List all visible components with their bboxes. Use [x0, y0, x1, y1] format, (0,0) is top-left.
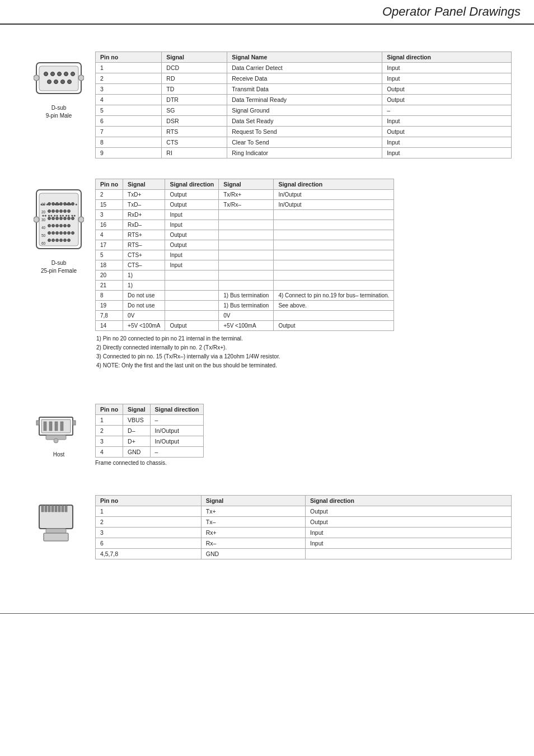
table-row: 1VBUS–	[96, 415, 204, 426]
svg-rect-70	[36, 421, 39, 425]
col-pin-no: Pin no	[96, 496, 202, 506]
svg-point-31	[52, 210, 55, 213]
col-signal-dir2: Signal direction	[274, 179, 394, 190]
table-row: 4DTRData Terminal ReadyOutput	[96, 95, 512, 105]
col-pin-no: Pin no	[96, 179, 123, 190]
table-row: 18CTS–Input	[96, 260, 394, 270]
svg-point-36	[48, 217, 51, 220]
svg-point-40	[64, 217, 67, 220]
table-row: 4GND–	[96, 447, 204, 458]
usb-frame-note: Frame connected to chassis.	[95, 460, 512, 466]
svg-text:30: 30	[41, 218, 46, 222]
table-row: 2D–In/Output	[96, 426, 204, 436]
dsub9-connector-svg	[34, 57, 84, 102]
table-row: 3D+In/Output	[96, 436, 204, 447]
svg-point-63	[78, 217, 84, 222]
svg-point-61	[68, 239, 71, 242]
note-line: 3) Connected to pin no. 15 (Tx/Rx–) inte…	[96, 352, 512, 361]
table-row: 1DCDData Carrier DetectInput	[96, 63, 512, 73]
table-row: 3TDTransmit DataOutput	[96, 84, 512, 95]
svg-point-39	[60, 217, 63, 220]
svg-point-10	[68, 80, 72, 84]
dsub25-diagram: ●● ●● ●● ●● ●● ●● ● ●● ●● ●● ●● ●● ●● 10…	[22, 179, 95, 275]
col-signal-dir: Signal direction	[150, 404, 204, 415]
table-row: 2TxD+OutputTx/Rx+In/Output	[96, 190, 394, 200]
dsub25-notes: 1) Pin no 20 connected to pin no 21 inte…	[95, 334, 512, 370]
svg-rect-83	[46, 529, 66, 533]
usb-right: Pin no Signal Signal direction 1VBUS–2D–…	[95, 404, 512, 475]
svg-point-7	[48, 80, 51, 84]
page-title: Operator Panel Drawings	[382, 4, 521, 19]
table-row: 6Rx–Input	[96, 538, 512, 549]
table-row: 2Tx–Output	[96, 517, 512, 528]
svg-point-55	[72, 232, 74, 235]
usb-connector-svg	[34, 409, 84, 449]
svg-point-41	[68, 217, 71, 220]
table-row: 3RxD+Input	[96, 210, 394, 220]
svg-point-11	[34, 75, 39, 81]
svg-point-37	[52, 217, 55, 220]
svg-rect-84	[44, 533, 68, 541]
svg-point-27	[64, 203, 67, 206]
table-row: 4RTS+Output	[96, 230, 394, 240]
svg-point-43	[48, 225, 51, 227]
table-row: 8Do not use1) Bus termination4) Connect …	[96, 291, 394, 301]
table-row: 8CTSClear To SendInput	[96, 137, 512, 148]
svg-point-30	[48, 210, 51, 213]
svg-point-24	[52, 203, 55, 206]
svg-point-29	[72, 203, 74, 206]
svg-point-60	[64, 239, 67, 242]
table-row: 16RxD–Input	[96, 220, 394, 230]
table-row: 1Tx+Output	[96, 506, 512, 517]
col-signal: Signal	[123, 404, 151, 415]
dsub9-section: D-sub9-pin Male Pin no Signal Signal Nam…	[22, 52, 512, 158]
svg-rect-71	[73, 421, 76, 425]
svg-point-46	[60, 225, 63, 227]
rj45-table: Pin no Signal Signal direction 1Tx+Outpu…	[95, 495, 512, 559]
svg-rect-66	[44, 422, 46, 431]
svg-point-52	[60, 232, 63, 235]
table-row: 14+5V <100mAOutput+5V <100mAOutput	[96, 321, 394, 331]
dsub9-label: D-sub9-pin Male	[46, 104, 72, 120]
svg-text:10: 10	[41, 202, 46, 206]
svg-rect-76	[45, 505, 47, 512]
svg-point-57	[52, 239, 55, 242]
svg-text:40: 40	[41, 226, 46, 230]
dsub9-diagram: D-sub9-pin Male	[22, 52, 95, 120]
svg-point-25	[56, 203, 59, 206]
svg-point-50	[52, 232, 55, 235]
svg-rect-68	[55, 422, 58, 431]
svg-point-73	[54, 438, 58, 443]
col-pin-no: Pin no	[96, 404, 123, 415]
svg-point-3	[51, 72, 55, 76]
usb-diagram: Host	[22, 404, 95, 459]
col-pin-no: Pin no	[96, 52, 162, 63]
table-row: 4,5,7,8GND	[96, 549, 512, 559]
col-signal: Signal	[123, 179, 165, 190]
svg-rect-1	[39, 66, 78, 91]
svg-point-51	[56, 232, 59, 235]
svg-point-62	[34, 217, 39, 222]
dsub9-table: Pin no Signal Signal Name Signal directi…	[95, 52, 512, 158]
usb-label: Host	[53, 451, 65, 459]
svg-point-38	[56, 217, 59, 220]
rj45-diagram	[22, 495, 95, 545]
svg-rect-80	[58, 505, 60, 512]
dsub25-connector-svg: ●● ●● ●● ●● ●● ●● ● ●● ●● ●● ●● ●● ●● 10…	[34, 184, 84, 257]
svg-point-5	[64, 72, 68, 76]
svg-point-32	[56, 210, 59, 213]
svg-point-2	[44, 72, 48, 76]
svg-point-48	[68, 225, 71, 227]
svg-rect-67	[49, 422, 52, 431]
col-signal: Signal	[201, 496, 305, 506]
svg-rect-78	[51, 505, 54, 512]
rj45-connector-svg	[34, 501, 84, 545]
svg-rect-79	[55, 505, 57, 512]
note-line: 4) NOTE: Only the first and the last uni…	[96, 361, 512, 370]
usb-table: Pin no Signal Signal direction 1VBUS–2D–…	[95, 404, 204, 458]
table-row: 17RTS–Output	[96, 240, 394, 250]
svg-point-47	[64, 225, 67, 227]
svg-point-54	[68, 232, 71, 235]
dsub25-label: D-sub25-pin Female	[41, 259, 77, 275]
col-signal-dir: Signal direction	[382, 52, 512, 63]
